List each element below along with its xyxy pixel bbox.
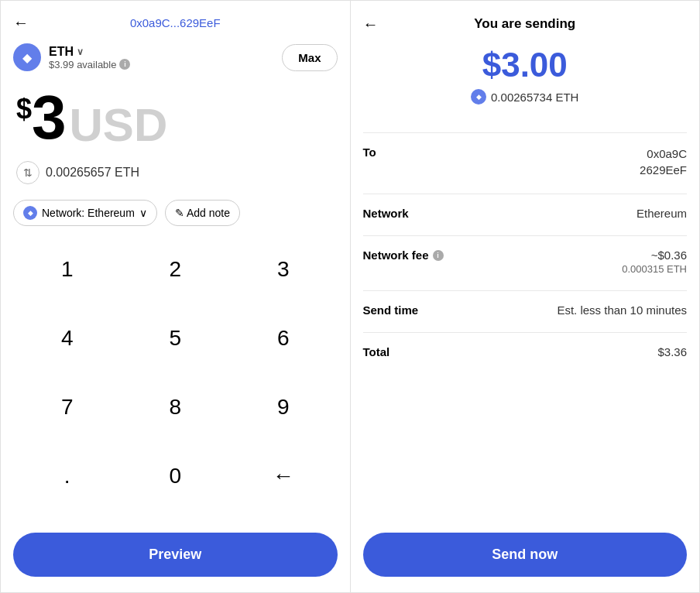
numpad: 1 2 3 4 5 6 7 8 9 . 0 ← — [13, 245, 338, 520]
send-time-value: Est. less than 10 minutes — [557, 303, 687, 317]
sending-eth-row: ◆ 0.00265734 ETH — [363, 89, 688, 105]
network-fee-eth: 0.000315 ETH — [622, 263, 687, 275]
token-balance-label: $3.99 available i — [49, 59, 130, 70]
to-label: To — [363, 146, 376, 159]
add-note-button[interactable]: ✎ Add note — [165, 200, 240, 226]
network-fee-label: Network fee — [363, 249, 429, 262]
token-name-label: ETH ∨ — [49, 45, 130, 59]
key-dot[interactable]: . — [13, 451, 122, 501]
left-back-button[interactable]: ← — [13, 14, 29, 32]
network-fee-info-icon[interactable]: i — [433, 250, 444, 261]
network-detail-value: Ethereum — [637, 207, 687, 220]
amount-number: 3 — [32, 87, 67, 149]
token-chevron-icon: ∨ — [77, 46, 84, 57]
preview-button[interactable]: Preview — [13, 533, 338, 577]
key-3[interactable]: 3 — [229, 245, 338, 294]
key-9[interactable]: 9 — [229, 382, 338, 432]
right-header: ← You are sending — [363, 16, 688, 32]
network-chevron-icon: ∨ — [139, 207, 147, 219]
eth-conversion-row: ⇅ 0.00265657 ETH — [13, 161, 338, 184]
token-details: ETH ∨ $3.99 available i — [49, 45, 130, 70]
key-8[interactable]: 8 — [122, 382, 230, 432]
sending-eth-icon: ◆ — [471, 89, 486, 105]
network-fee-values: ~$0.36 0.000315 ETH — [622, 249, 687, 275]
total-row: Total $3.36 — [363, 345, 688, 358]
right-back-button[interactable]: ← — [363, 15, 379, 33]
network-label: Network: Ethereum — [42, 207, 135, 219]
total-value: $3.36 — [657, 345, 687, 358]
divider — [363, 132, 688, 133]
to-address: 0x0a9C 2629EeF — [640, 146, 687, 178]
right-panel-content: $3.00 ◆ 0.00265734 ETH To 0x0a9C 2629EeF — [363, 46, 688, 577]
eth-logo-icon: ◆ — [13, 43, 41, 71]
token-row: ◆ ETH ∨ $3.99 available i Max — [13, 43, 338, 71]
send-time-label: Send time — [363, 303, 419, 317]
key-1[interactable]: 1 — [13, 245, 122, 294]
network-fee-row: Network fee i ~$0.36 0.000315 ETH — [363, 249, 688, 275]
to-row: To 0x0a9C 2629EeF — [363, 146, 688, 178]
network-selector-button[interactable]: ◆ Network: Ethereum ∨ — [13, 200, 157, 226]
dollar-sign: $ — [16, 93, 32, 125]
divider-3 — [363, 235, 688, 236]
sending-eth-amount: 0.00265734 ETH — [491, 91, 578, 104]
add-note-label: ✎ Add note — [175, 207, 230, 219]
sending-amount-section: $3.00 ◆ 0.00265734 ETH — [363, 46, 688, 105]
amount-currency: USD — [70, 102, 168, 149]
amount-display: $ 3 USD — [13, 87, 338, 149]
key-4[interactable]: 4 — [13, 314, 122, 363]
key-2[interactable]: 2 — [122, 245, 230, 294]
swap-currency-button[interactable]: ⇅ — [16, 161, 39, 184]
key-7[interactable]: 7 — [13, 382, 122, 432]
token-selector[interactable]: ◆ ETH ∨ $3.99 available i — [13, 43, 130, 71]
network-eth-icon: ◆ — [23, 206, 37, 220]
left-header: ← 0x0a9C...629EeF — [13, 16, 338, 29]
right-header-title: You are sending — [474, 16, 575, 32]
network-row: Network Ethereum — [363, 207, 688, 220]
key-backspace[interactable]: ← — [229, 451, 338, 501]
network-fee-usd: ~$0.36 — [622, 249, 687, 262]
sending-usd-amount: $3.00 — [363, 46, 688, 84]
send-confirmation-panel: ← You are sending $3.00 ◆ 0.00265734 ETH… — [351, 1, 700, 592]
send-now-button[interactable]: Send now — [363, 533, 688, 577]
divider-4 — [363, 290, 688, 291]
key-0[interactable]: 0 — [122, 451, 230, 501]
send-time-row: Send time Est. less than 10 minutes — [363, 303, 688, 317]
key-6[interactable]: 6 — [229, 314, 338, 363]
transaction-details: To 0x0a9C 2629EeF Network Ethereum — [363, 146, 688, 533]
wallet-address[interactable]: 0x0a9C...629EeF — [130, 16, 221, 29]
network-detail-label: Network — [363, 207, 409, 220]
key-5[interactable]: 5 — [122, 314, 230, 363]
balance-info-icon[interactable]: i — [119, 59, 130, 70]
divider-5 — [363, 332, 688, 333]
eth-conversion-text: 0.00265657 ETH — [46, 166, 139, 180]
send-amount-panel: ← 0x0a9C...629EeF ◆ ETH ∨ $3.99 availabl… — [1, 1, 351, 592]
total-label: Total — [363, 345, 390, 358]
options-row: ◆ Network: Ethereum ∨ ✎ Add note — [13, 200, 338, 226]
divider-2 — [363, 194, 688, 194]
network-fee-label-row: Network fee i — [363, 249, 444, 262]
max-button[interactable]: Max — [282, 44, 337, 71]
